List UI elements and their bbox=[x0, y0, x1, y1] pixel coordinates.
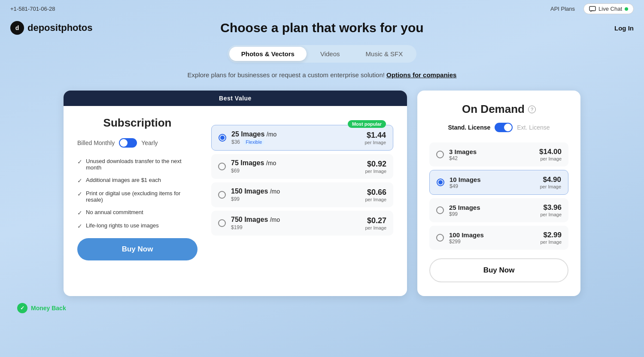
tab-photos-vectors[interactable]: Photos & Vectors bbox=[229, 47, 307, 61]
license-extended-label: Ext. License bbox=[517, 124, 550, 131]
plan-left: 75 Images /mo $69 bbox=[218, 159, 276, 174]
subscription-buy-now-button[interactable]: Buy Now bbox=[77, 238, 197, 260]
live-chat-button[interactable]: Live Chat bbox=[583, 3, 634, 14]
od-plan-right-25: $3.96 per Image bbox=[540, 203, 562, 217]
subscription-plan-150[interactable]: 150 Images /mo $99 $0.66 per Image bbox=[211, 182, 393, 207]
radio-25[interactable] bbox=[219, 134, 226, 142]
plan-price-small-750: $199 bbox=[231, 224, 280, 230]
license-toggle: Stand. License Ext. License bbox=[429, 123, 568, 132]
radio-150[interactable] bbox=[218, 191, 226, 199]
od-per-image-label-25: per Image bbox=[540, 212, 562, 217]
live-chat-status-dot bbox=[625, 7, 628, 11]
plan-per-image-price-750: $0.27 bbox=[365, 216, 386, 225]
on-demand-plans: 3 Images $42 $14.00 per Image 10 Images … bbox=[429, 142, 568, 250]
od-plan-left: 25 Images $99 bbox=[436, 204, 480, 217]
od-per-image-label-100: per Image bbox=[540, 239, 562, 245]
od-plan-right-100: $2.99 per Image bbox=[540, 231, 562, 245]
feature-item: ✓ Unused downloads transfer to the next … bbox=[77, 158, 197, 171]
feature-item: ✓ Life-long rights to use images bbox=[77, 222, 197, 230]
od-per-image-price-100: $2.99 bbox=[540, 231, 562, 239]
plan-images-25: 25 Images /mo bbox=[231, 130, 276, 138]
od-per-image-price-25: $3.96 bbox=[540, 203, 562, 212]
help-icon[interactable]: ? bbox=[528, 106, 536, 113]
most-popular-badge: Most popular bbox=[348, 120, 386, 128]
plan-images-750: 750 Images /mo bbox=[231, 216, 280, 224]
chat-icon bbox=[589, 6, 596, 12]
top-bar-right: API Plans Live Chat bbox=[550, 3, 634, 14]
od-plan-right-3: $14.00 per Image bbox=[539, 148, 562, 161]
plan-per-image-price-75: $0.92 bbox=[365, 160, 386, 169]
plan-right-25: $1.44 per Image bbox=[365, 131, 386, 145]
subscription-card: Best Value Subscription Billed Monthly Y… bbox=[64, 91, 407, 296]
page-title: Choose a plan that works for you bbox=[220, 21, 423, 35]
on-demand-buy-now-button[interactable]: Buy Now bbox=[429, 258, 568, 282]
plan-price-small-25: $36 Flexible bbox=[231, 139, 276, 145]
best-value-label: Best Value bbox=[64, 91, 407, 106]
plan-left: 150 Images /mo $99 bbox=[218, 188, 280, 202]
od-plan-images-3: 3 Images bbox=[449, 148, 477, 155]
on-demand-title: On Demand bbox=[462, 103, 525, 116]
top-bar: +1-581-701-06-28 API Plans Live Chat bbox=[0, 0, 644, 18]
od-per-image-price-3: $14.00 bbox=[539, 148, 562, 156]
radio-od-3[interactable] bbox=[436, 151, 444, 158]
svg-rect-0 bbox=[589, 6, 595, 11]
live-chat-label: Live Chat bbox=[598, 6, 622, 12]
plan-per-image-price-25: $1.44 bbox=[365, 131, 386, 140]
check-icon: ✓ bbox=[77, 223, 82, 230]
logo-icon: d bbox=[10, 21, 24, 35]
check-icon: ✓ bbox=[77, 209, 82, 216]
plan-per-image-label-750: per Image bbox=[365, 225, 386, 230]
od-per-image-label-3: per Image bbox=[539, 156, 562, 161]
billing-yearly-label: Yearly bbox=[141, 139, 158, 146]
radio-750[interactable] bbox=[218, 219, 226, 227]
plan-right-750: $0.27 per Image bbox=[365, 216, 386, 230]
od-plan-right-10: $4.90 per Image bbox=[540, 175, 561, 189]
check-icon: ✓ bbox=[77, 191, 82, 197]
api-plans-link[interactable]: API Plans bbox=[550, 6, 575, 12]
od-plan-price-small-10: $49 bbox=[450, 183, 481, 189]
od-per-image-label-10: per Image bbox=[540, 184, 561, 189]
subscription-plans-column: Most popular 25 Images /mo $36 Flexible … bbox=[211, 116, 393, 260]
features-column: Subscription Billed Monthly Yearly ✓ Unu… bbox=[77, 116, 197, 260]
enterprise-section: Explore plans for businesses or request … bbox=[0, 71, 644, 79]
od-plan-images-100: 100 Images bbox=[449, 231, 484, 239]
plan-per-image-label-25: per Image bbox=[365, 140, 386, 145]
od-per-image-price-10: $4.90 bbox=[540, 175, 561, 184]
logo: d depositphotos bbox=[10, 21, 93, 35]
radio-od-25[interactable] bbox=[436, 206, 444, 214]
plan-images-75: 75 Images /mo bbox=[231, 159, 276, 167]
radio-75[interactable] bbox=[218, 163, 226, 170]
subscription-plan-75[interactable]: 75 Images /mo $69 $0.92 per Image bbox=[211, 154, 393, 179]
plan-left: 25 Images /mo $36 Flexible bbox=[219, 130, 276, 145]
plan-right-75: $0.92 per Image bbox=[365, 160, 386, 174]
od-plan-images-10: 10 Images bbox=[450, 176, 481, 183]
od-plan-price-small-100: $299 bbox=[449, 239, 484, 245]
od-plan-images-25: 25 Images bbox=[449, 204, 480, 211]
tabs-pill: Photos & Vectors Videos Music & SFX bbox=[228, 45, 416, 63]
plan-per-image-price-150: $0.66 bbox=[365, 188, 386, 197]
plan-per-image-label-75: per Image bbox=[365, 169, 386, 174]
od-plan-10[interactable]: 10 Images $49 $4.90 per Image bbox=[429, 170, 568, 195]
od-plan-25[interactable]: 25 Images $99 $3.96 per Image bbox=[429, 198, 568, 222]
od-plan-100[interactable]: 100 Images $299 $2.99 per Image bbox=[429, 226, 568, 250]
billing-monthly-label: Billed Monthly bbox=[77, 139, 115, 146]
options-for-companies-link[interactable]: Options for companies bbox=[386, 71, 456, 79]
od-plan-price-small-25: $99 bbox=[449, 211, 480, 217]
on-demand-title-row: On Demand ? bbox=[429, 103, 568, 116]
license-toggle-switch[interactable] bbox=[495, 123, 513, 132]
radio-od-100[interactable] bbox=[436, 234, 444, 242]
plans-wrapper: Best Value Subscription Billed Monthly Y… bbox=[21, 91, 623, 296]
login-button[interactable]: Log In bbox=[614, 24, 634, 32]
radio-od-10[interactable] bbox=[437, 178, 444, 186]
on-demand-card: On Demand ? Stand. License Ext. License … bbox=[417, 91, 580, 296]
money-back-icon: ✓ bbox=[17, 303, 27, 313]
billing-toggle-switch[interactable] bbox=[119, 138, 137, 148]
od-plan-3[interactable]: 3 Images $42 $14.00 per Image bbox=[429, 142, 568, 166]
feature-item: ✓ Print or digital use (excluding items … bbox=[77, 190, 197, 203]
plan-right-150: $0.66 per Image bbox=[365, 188, 386, 202]
subscription-plan-25[interactable]: Most popular 25 Images /mo $36 Flexible … bbox=[211, 125, 393, 151]
license-standard-label: Stand. License bbox=[448, 124, 490, 131]
tab-videos[interactable]: Videos bbox=[308, 47, 352, 61]
tab-music-sfx[interactable]: Music & SFX bbox=[354, 47, 415, 61]
subscription-plan-750[interactable]: 750 Images /mo $199 $0.27 per Image bbox=[211, 211, 393, 236]
